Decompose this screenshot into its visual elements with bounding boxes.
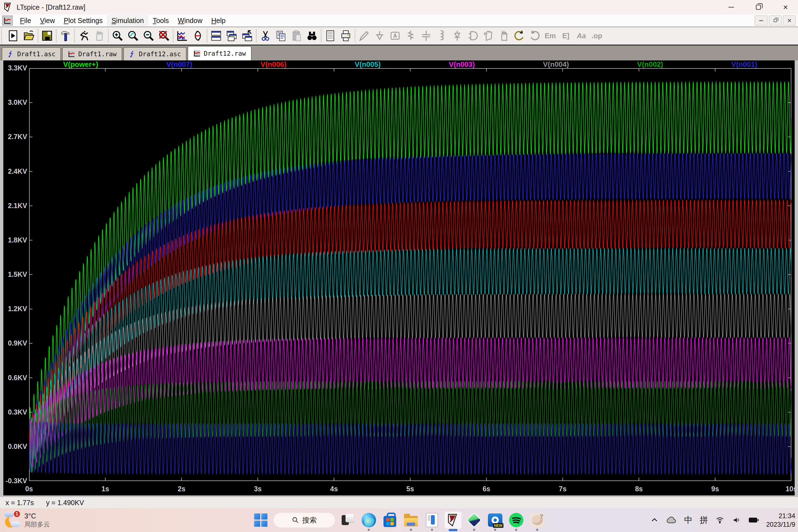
taskbar-app-microsoft-store[interactable] xyxy=(381,512,398,529)
resistor-button[interactable] xyxy=(403,28,418,44)
task-view-button[interactable] xyxy=(339,512,356,529)
net-label-button[interactable] xyxy=(387,28,403,44)
file-explorer-icon xyxy=(404,516,418,527)
fft-view-button[interactable] xyxy=(190,28,206,44)
legend-item[interactable]: V(power+) xyxy=(63,60,98,69)
print-button[interactable] xyxy=(338,28,354,44)
legend-item[interactable]: V(n005) xyxy=(355,60,381,69)
running-indicator xyxy=(494,529,496,531)
window-minimize-button[interactable] xyxy=(719,0,744,14)
minimize-icon xyxy=(728,7,734,7)
wifi-icon[interactable] xyxy=(715,516,725,524)
save-button[interactable] xyxy=(39,28,55,44)
new-schematic-button[interactable] xyxy=(5,28,21,44)
taskbar-app-document[interactable] xyxy=(423,512,440,529)
legend-item[interactable]: V(n007) xyxy=(166,60,192,69)
zoom-window-icon xyxy=(127,30,139,42)
window-restore-button[interactable] xyxy=(746,0,771,14)
zoom-out-button[interactable] xyxy=(141,28,156,44)
redo-button[interactable] xyxy=(527,28,543,44)
find-button[interactable] xyxy=(304,28,320,44)
paste-button[interactable] xyxy=(289,28,304,44)
menu-simulation[interactable]: Simulation xyxy=(107,15,148,26)
menu-help[interactable]: Help xyxy=(207,15,230,26)
diode-button[interactable] xyxy=(450,28,465,44)
menu-file[interactable]: File xyxy=(16,15,36,26)
window-close-button[interactable]: × xyxy=(773,0,798,14)
tile-windows-button[interactable] xyxy=(208,28,224,44)
tab-label: Draft1.raw xyxy=(78,51,116,58)
legend-item[interactable]: V(n002) xyxy=(637,60,663,69)
waveform-document-icon xyxy=(2,16,13,25)
print-preview-button[interactable] xyxy=(323,28,338,44)
ground-button[interactable] xyxy=(372,28,387,44)
search-box[interactable]: 搜索 xyxy=(273,512,335,528)
run-simulation-button[interactable] xyxy=(76,28,92,44)
gem-app-icon xyxy=(466,512,482,528)
zoom-in-button[interactable] xyxy=(110,28,125,44)
waveform-plot-pane[interactable]: V(power+)V(n007)V(n006)V(n005)V(n003)V(n… xyxy=(0,60,798,496)
mdi-close-button[interactable]: × xyxy=(783,16,796,25)
menu-tools[interactable]: Tools xyxy=(148,15,173,26)
drag-button[interactable] xyxy=(496,28,512,44)
y-axis-tick-label: 1.8KV xyxy=(3,236,27,244)
mdi-restore-button[interactable] xyxy=(769,16,782,25)
toolbar-drag-handle[interactable] xyxy=(1,28,5,43)
component-button[interactable] xyxy=(465,28,480,44)
clock[interactable]: 21:34 2023/11/9 xyxy=(766,512,795,529)
taskbar-app-edge[interactable] xyxy=(360,512,377,529)
taskbar-app-avatar[interactable]: ? xyxy=(529,512,546,529)
text-button[interactable]: Aa xyxy=(573,28,589,44)
taskbar-app-spotify[interactable] xyxy=(508,512,525,529)
tab-draft12-raw[interactable]: Draft12.raw xyxy=(188,46,251,60)
spice-directive-button[interactable]: .op xyxy=(589,28,605,44)
undo-button[interactable] xyxy=(512,28,527,44)
draw-wire-button[interactable] xyxy=(356,28,372,44)
zoom-window-button[interactable] xyxy=(125,28,141,44)
legend-item[interactable]: V(n006) xyxy=(261,60,286,69)
legend-item[interactable]: V(n004) xyxy=(543,60,569,69)
taskbar-app-outlook[interactable]: NEW xyxy=(487,512,504,529)
mirror-button[interactable]: Em xyxy=(543,28,558,44)
capacitor-button[interactable] xyxy=(418,28,434,44)
tab-draft1-raw[interactable]: Draft1.raw xyxy=(62,47,122,60)
halt-simulation-button[interactable] xyxy=(92,28,107,44)
x-axis-tick-label: 9s xyxy=(701,485,729,493)
mdi-minimize-button[interactable] xyxy=(755,16,767,25)
taskbar-app-file-explorer[interactable] xyxy=(402,512,419,529)
menu-plot-settings[interactable]: Plot Settings xyxy=(59,15,107,26)
battery-icon[interactable] xyxy=(748,516,759,524)
menu-view[interactable]: View xyxy=(36,15,59,26)
start-button[interactable] xyxy=(252,512,269,529)
cut-button[interactable] xyxy=(258,28,273,44)
taskbar-app-gem[interactable] xyxy=(466,512,483,529)
redo-icon xyxy=(529,30,541,42)
legend-item[interactable]: V(n001) xyxy=(731,60,757,69)
taskbar-app-ltspice[interactable] xyxy=(444,512,462,529)
cascade-new-window-button[interactable] xyxy=(240,28,255,44)
waveform-tab-icon xyxy=(193,50,201,57)
cascade-windows-button[interactable] xyxy=(224,28,240,44)
legend-item[interactable]: V(n003) xyxy=(449,60,475,69)
autorange-y-button[interactable] xyxy=(174,28,190,44)
ime-language-indicator[interactable]: 中 xyxy=(684,515,692,526)
open-file-button[interactable] xyxy=(21,28,37,44)
onedrive-cloud-icon[interactable] xyxy=(666,516,677,524)
tray-chevron-up-icon[interactable] xyxy=(650,516,659,524)
tab-draft1-asc[interactable]: Draft1.asc xyxy=(2,47,61,60)
ime-mode-indicator[interactable]: 拼 xyxy=(700,515,708,526)
tab-label: Draft1.asc xyxy=(17,51,55,58)
inductor-button[interactable] xyxy=(434,28,450,44)
waveform-canvas[interactable] xyxy=(29,68,791,481)
move-button[interactable] xyxy=(480,28,496,44)
zoom-full-extents-button[interactable] xyxy=(156,28,172,44)
partly-cloudy-night-icon: 1 xyxy=(4,512,21,529)
control-panel-button[interactable] xyxy=(58,28,73,44)
menu-window[interactable]: Window xyxy=(173,15,207,26)
rotate-button[interactable]: E] xyxy=(558,28,573,44)
speaker-icon[interactable] xyxy=(732,516,741,524)
new-badge: NEW xyxy=(493,523,504,528)
copy-button[interactable] xyxy=(273,28,289,44)
weather-widget[interactable]: 1 3°C 局部多云 xyxy=(4,510,50,530)
tab-draft12-asc[interactable]: Draft12.asc xyxy=(123,47,187,60)
